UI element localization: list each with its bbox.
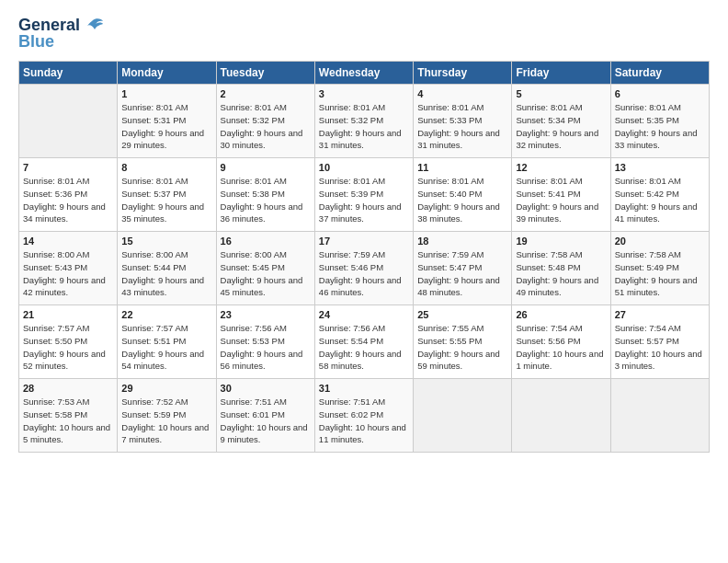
day-number: 27 [615,309,705,320]
calendar-cell: 16 Sunrise: 8:00 AM Sunset: 5:45 PM Dayl… [216,232,314,305]
daylight-label: Daylight: 9 hours and 35 minutes. [121,201,204,224]
day-number: 24 [319,309,409,320]
daylight-label: Daylight: 9 hours and 31 minutes. [417,128,500,151]
day-number: 31 [319,383,409,394]
daylight-label: Daylight: 10 hours and 5 minutes. [23,422,110,445]
calendar-week-row: 1 Sunrise: 8:01 AM Sunset: 5:31 PM Dayli… [19,85,710,158]
calendar-cell: 18 Sunrise: 7:59 AM Sunset: 5:47 PM Dayl… [414,232,512,305]
sunrise-label: Sunrise: 8:01 AM [319,176,385,186]
sunset-label: Sunset: 5:41 PM [516,189,580,199]
daylight-label: Daylight: 9 hours and 46 minutes. [319,275,402,298]
calendar-week-row: 21 Sunrise: 7:57 AM Sunset: 5:50 PM Dayl… [19,305,710,379]
calendar-cell: 15 Sunrise: 8:00 AM Sunset: 5:44 PM Dayl… [118,232,216,305]
sunrise-label: Sunrise: 7:57 AM [23,323,89,333]
daylight-label: Daylight: 9 hours and 59 minutes. [417,349,500,372]
day-info: Sunrise: 8:01 AM Sunset: 5:32 PM Dayligh… [221,101,311,152]
daylight-label: Daylight: 9 hours and 58 minutes. [319,349,402,372]
sunset-label: Sunset: 5:55 PM [417,336,482,346]
sunrise-label: Sunrise: 8:01 AM [23,176,89,186]
sunset-label: Sunset: 5:57 PM [615,336,679,346]
day-info: Sunrise: 8:01 AM Sunset: 5:36 PM Dayligh… [23,175,113,225]
day-number: 7 [23,162,113,173]
sunrise-label: Sunrise: 7:51 AM [319,396,385,407]
day-number: 14 [23,236,113,247]
day-info: Sunrise: 7:55 AM Sunset: 5:55 PM Dayligh… [417,322,507,373]
sunrise-label: Sunrise: 8:00 AM [23,249,89,259]
day-info: Sunrise: 7:56 AM Sunset: 5:54 PM Dayligh… [319,322,409,373]
sunset-label: Sunset: 5:59 PM [121,409,186,419]
sunset-label: Sunset: 5:46 PM [319,262,383,272]
sunrise-label: Sunrise: 7:56 AM [319,323,385,333]
sunrise-label: Sunrise: 8:01 AM [615,102,681,112]
daylight-label: Daylight: 9 hours and 41 minutes. [615,201,698,224]
day-header-tuesday: Tuesday [216,62,314,85]
sunset-label: Sunset: 5:43 PM [23,262,87,272]
day-number: 6 [615,88,705,99]
sunset-label: Sunset: 5:42 PM [615,189,679,199]
day-info: Sunrise: 8:01 AM Sunset: 5:35 PM Dayligh… [615,101,705,152]
calendar-cell: 22 Sunrise: 7:57 AM Sunset: 5:51 PM Dayl… [118,305,216,379]
day-number: 30 [221,383,311,394]
day-header-wednesday: Wednesday [314,62,413,85]
sunset-label: Sunset: 5:51 PM [121,336,186,346]
calendar-cell: 10 Sunrise: 8:01 AM Sunset: 5:39 PM Dayl… [314,158,413,232]
day-info: Sunrise: 7:57 AM Sunset: 5:50 PM Dayligh… [23,322,113,373]
day-info: Sunrise: 8:00 AM Sunset: 5:44 PM Dayligh… [121,248,211,299]
day-number: 1 [121,88,211,99]
daylight-label: Daylight: 9 hours and 39 minutes. [516,201,598,224]
daylight-label: Daylight: 9 hours and 56 minutes. [221,349,303,372]
daylight-label: Daylight: 9 hours and 38 minutes. [417,201,500,224]
sunset-label: Sunset: 5:38 PM [221,189,285,199]
daylight-label: Daylight: 9 hours and 34 minutes. [23,201,106,224]
sunset-label: Sunset: 5:40 PM [417,189,482,199]
sunrise-label: Sunrise: 7:54 AM [615,323,681,333]
daylight-label: Daylight: 10 hours and 9 minutes. [221,422,308,445]
day-info: Sunrise: 7:58 AM Sunset: 5:48 PM Dayligh… [516,248,606,299]
sunrise-label: Sunrise: 7:58 AM [516,249,582,259]
sunset-label: Sunset: 5:32 PM [319,115,383,125]
logo-bird-icon [84,17,104,33]
sunrise-label: Sunrise: 8:01 AM [319,102,385,112]
calendar-week-row: 28 Sunrise: 7:53 AM Sunset: 5:58 PM Dayl… [19,379,710,453]
day-info: Sunrise: 8:00 AM Sunset: 5:43 PM Dayligh… [23,248,113,299]
day-info: Sunrise: 8:01 AM Sunset: 5:38 PM Dayligh… [221,175,311,225]
day-info: Sunrise: 8:01 AM Sunset: 5:32 PM Dayligh… [319,101,409,152]
daylight-label: Daylight: 10 hours and 7 minutes. [121,422,209,445]
sunset-label: Sunset: 6:01 PM [221,409,285,419]
sunrise-label: Sunrise: 7:52 AM [121,396,188,407]
day-number: 23 [221,309,311,320]
calendar-week-row: 7 Sunrise: 8:01 AM Sunset: 5:36 PM Dayli… [19,158,710,232]
day-info: Sunrise: 8:01 AM Sunset: 5:34 PM Dayligh… [516,101,606,152]
sunrise-label: Sunrise: 8:01 AM [121,102,188,112]
day-info: Sunrise: 7:57 AM Sunset: 5:51 PM Dayligh… [121,322,211,373]
sunset-label: Sunset: 6:02 PM [319,409,383,419]
calendar-cell: 12 Sunrise: 8:01 AM Sunset: 5:41 PM Dayl… [512,158,610,232]
calendar-cell: 17 Sunrise: 7:59 AM Sunset: 5:46 PM Dayl… [314,232,413,305]
day-info: Sunrise: 7:54 AM Sunset: 5:56 PM Dayligh… [516,322,606,373]
day-number: 29 [121,383,211,394]
day-number: 17 [319,236,409,247]
daylight-label: Daylight: 9 hours and 54 minutes. [121,349,204,372]
daylight-label: Daylight: 9 hours and 33 minutes. [615,128,698,151]
day-info: Sunrise: 7:51 AM Sunset: 6:01 PM Dayligh… [221,396,311,446]
calendar-week-row: 14 Sunrise: 8:00 AM Sunset: 5:43 PM Dayl… [19,232,710,305]
sunset-label: Sunset: 5:50 PM [23,336,87,346]
day-number: 9 [221,162,311,173]
calendar-cell: 21 Sunrise: 7:57 AM Sunset: 5:50 PM Dayl… [19,305,118,379]
calendar-cell: 13 Sunrise: 8:01 AM Sunset: 5:42 PM Dayl… [610,158,709,232]
day-info: Sunrise: 7:56 AM Sunset: 5:53 PM Dayligh… [221,322,311,373]
daylight-label: Daylight: 9 hours and 42 minutes. [23,275,106,298]
calendar-cell: 28 Sunrise: 7:53 AM Sunset: 5:58 PM Dayl… [19,379,118,453]
sunrise-label: Sunrise: 8:01 AM [417,176,483,186]
daylight-label: Daylight: 10 hours and 3 minutes. [615,349,702,372]
daylight-label: Daylight: 9 hours and 52 minutes. [23,349,106,372]
page-header: General Blue [18,17,710,50]
sunrise-label: Sunrise: 7:58 AM [615,249,681,259]
day-number: 4 [417,88,507,99]
calendar-cell: 5 Sunrise: 8:01 AM Sunset: 5:34 PM Dayli… [512,85,610,158]
sunset-label: Sunset: 5:56 PM [516,336,580,346]
day-info: Sunrise: 8:01 AM Sunset: 5:40 PM Dayligh… [417,175,507,225]
calendar-cell: 2 Sunrise: 8:01 AM Sunset: 5:32 PM Dayli… [216,85,314,158]
calendar-cell [414,379,512,453]
sunset-label: Sunset: 5:35 PM [615,115,679,125]
